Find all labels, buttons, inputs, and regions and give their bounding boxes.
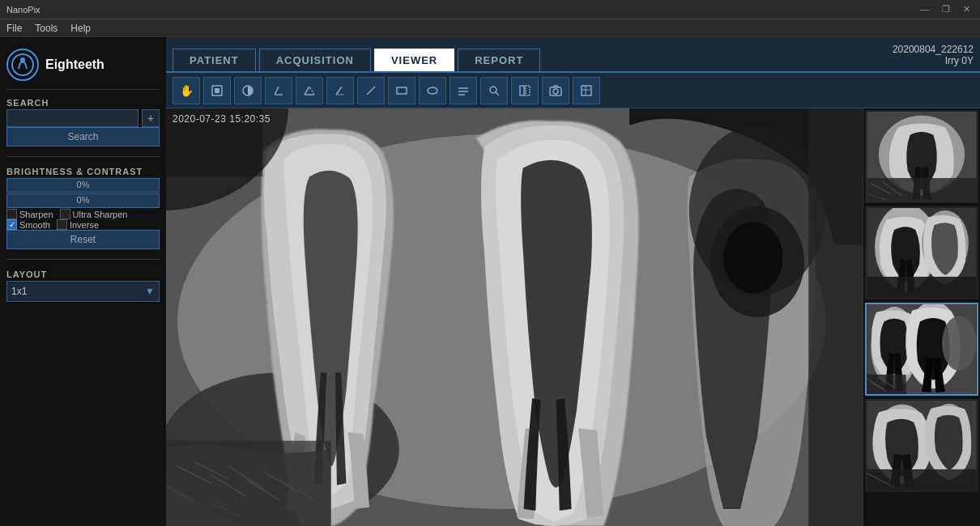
thumbnail-4[interactable] xyxy=(865,399,978,492)
svg-rect-67 xyxy=(867,375,905,394)
filter-row-1: Sharpen Ultra Sharpen xyxy=(6,209,160,219)
svg-rect-24 xyxy=(582,86,591,95)
svg-line-19 xyxy=(496,92,499,95)
contrast-slider[interactable]: 0% xyxy=(6,193,160,208)
svg-point-66 xyxy=(942,316,976,371)
inverse-label: Inverse xyxy=(70,220,99,230)
svg-line-8 xyxy=(305,87,309,95)
grid-tool[interactable] xyxy=(573,77,600,104)
divider-2 xyxy=(6,259,160,260)
patient-name: Irry 0Y xyxy=(893,55,974,66)
ultra-sharpen-checkbox[interactable]: Ultra Sharpen xyxy=(60,209,128,219)
search-label: SEARCH xyxy=(6,98,160,108)
layout-select[interactable]: 1x1 1x2 2x1 2x2 xyxy=(6,281,160,302)
inverse-checkbox[interactable]: Inverse xyxy=(57,219,99,230)
svg-line-9 xyxy=(309,87,314,95)
logo-text: Eighteeth xyxy=(45,57,104,72)
zoom-tool[interactable] xyxy=(480,77,508,104)
brightness-label: BRIGHTNESS & CONTRAST xyxy=(6,167,160,176)
menubar: File Tools Help xyxy=(0,19,980,37)
image-timestamp: 2020-07-23 15:20:35 xyxy=(173,113,271,125)
tab-report[interactable]: REPORT xyxy=(458,49,540,71)
ultra-sharpen-label: Ultra Sharpen xyxy=(73,210,128,219)
sharpen-checkbox[interactable]: Sharpen xyxy=(6,209,53,219)
svg-point-18 xyxy=(490,87,496,93)
thumbnail-3[interactable] xyxy=(865,303,978,396)
main-container: Eighteeth SEARCH + Search BRIGHTNESS & C… xyxy=(0,37,980,526)
svg-line-10 xyxy=(336,87,342,95)
sharpen-cb-box xyxy=(6,209,17,219)
window-controls: — ❐ ✕ xyxy=(917,4,974,15)
menu-tools[interactable]: Tools xyxy=(35,23,58,34)
line-tool[interactable] xyxy=(357,77,385,104)
snapshot-tool[interactable] xyxy=(542,77,569,104)
window-level-tool[interactable] xyxy=(203,77,231,104)
content-area: PATIENT ACQUISITION VIEWER REPORT 202008… xyxy=(166,37,980,526)
sidebar: Eighteeth SEARCH + Search BRIGHTNESS & C… xyxy=(0,37,166,526)
ellipse-tool[interactable] xyxy=(419,77,446,104)
angle2-tool[interactable] xyxy=(296,77,323,104)
tab-viewer[interactable]: VIEWER xyxy=(374,49,454,71)
divider-1 xyxy=(6,156,160,157)
brightness-slider[interactable]: 0% xyxy=(6,178,160,193)
sharpen-label: Sharpen xyxy=(19,210,53,219)
patient-info: 20200804_222612 Irry 0Y xyxy=(893,44,974,71)
text-tool[interactable] xyxy=(450,77,477,104)
smooth-checkbox[interactable]: ✓ Smooth xyxy=(6,219,50,230)
app-title: NanoPix xyxy=(6,5,40,15)
svg-line-12 xyxy=(367,87,375,95)
smooth-cb-box: ✓ xyxy=(6,219,17,230)
close-button[interactable]: ✕ xyxy=(960,4,974,15)
filter-row-2: ✓ Smooth Inverse xyxy=(6,219,160,230)
tab-acquisition[interactable]: ACQUISITION xyxy=(259,49,371,71)
svg-point-0 xyxy=(12,54,33,75)
tab-bar: PATIENT ACQUISITION VIEWER REPORT 202008… xyxy=(166,37,980,73)
menu-file[interactable]: File xyxy=(6,23,22,34)
svg-rect-13 xyxy=(397,87,407,94)
draw-tool[interactable] xyxy=(326,77,354,104)
svg-point-49 xyxy=(723,222,783,293)
viewer-container: 2020-07-23 15:20:35 xyxy=(166,108,980,526)
reset-button[interactable]: Reset xyxy=(6,230,160,249)
titlebar: NanoPix — ❐ ✕ xyxy=(0,0,980,19)
svg-rect-74 xyxy=(867,469,976,490)
maximize-button[interactable]: ❐ xyxy=(939,4,953,15)
flip-tool[interactable] xyxy=(511,77,539,104)
invert-tool[interactable] xyxy=(234,77,262,104)
menu-help[interactable]: Help xyxy=(70,23,91,34)
angle-tool[interactable] xyxy=(265,77,292,104)
toolbar: ✋ xyxy=(166,73,980,108)
thumbnail-2[interactable] xyxy=(865,206,978,299)
smooth-checkmark: ✓ xyxy=(9,220,15,229)
inverse-cb-box xyxy=(57,219,67,230)
svg-rect-62 xyxy=(867,277,976,298)
pan-tool[interactable]: ✋ xyxy=(173,77,200,104)
logo-icon xyxy=(6,49,39,81)
svg-point-1 xyxy=(20,57,25,62)
thumbnail-strip xyxy=(863,108,980,526)
svg-rect-50 xyxy=(808,108,863,526)
svg-point-14 xyxy=(428,87,437,94)
layout-section: LAYOUT 1x1 1x2 2x1 2x2 ▼ xyxy=(6,269,160,302)
main-image-area[interactable]: 2020-07-23 15:20:35 xyxy=(166,108,863,526)
svg-rect-20 xyxy=(520,86,524,95)
search-button[interactable]: Search xyxy=(6,127,160,146)
layout-select-wrapper: 1x1 1x2 2x1 2x2 ▼ xyxy=(6,281,160,302)
patient-id: 20200804_222612 xyxy=(893,44,974,55)
svg-point-23 xyxy=(553,89,558,94)
rect-tool[interactable] xyxy=(388,77,415,104)
search-row: + xyxy=(6,109,160,127)
brightness-section: BRIGHTNESS & CONTRAST 0% 0% Sharpen xyxy=(6,167,160,249)
svg-line-6 xyxy=(275,87,279,95)
thumbnail-1[interactable] xyxy=(865,110,978,203)
search-section: SEARCH + Search xyxy=(6,98,160,146)
search-input[interactable] xyxy=(6,109,138,127)
logo-area: Eighteeth xyxy=(6,44,160,90)
svg-rect-3 xyxy=(215,88,219,93)
smooth-label: Smooth xyxy=(19,220,50,230)
xray-image xyxy=(166,108,863,526)
tab-patient[interactable]: PATIENT xyxy=(173,49,256,71)
minimize-button[interactable]: — xyxy=(917,4,932,15)
svg-rect-21 xyxy=(526,86,530,95)
add-button[interactable]: + xyxy=(142,109,160,127)
